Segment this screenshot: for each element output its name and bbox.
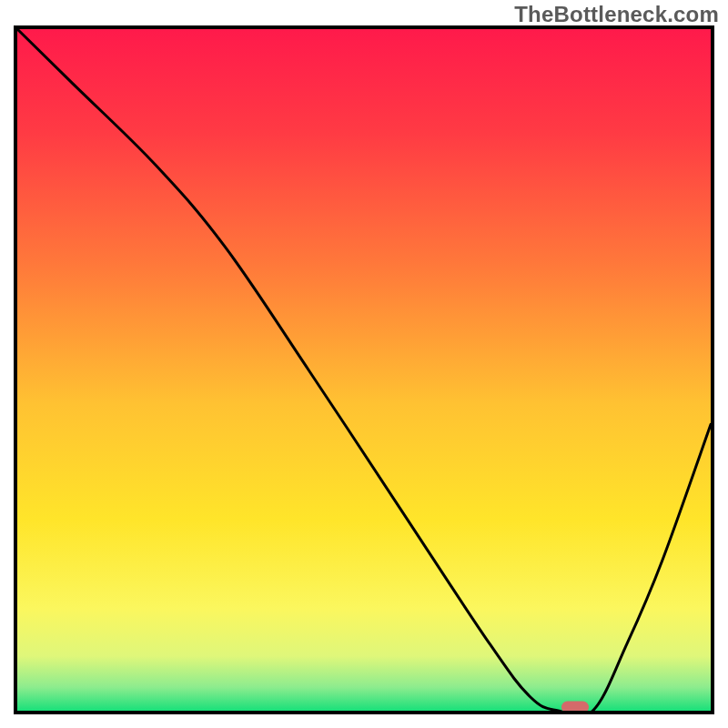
chart-frame: TheBottleneck.com: [0, 0, 728, 728]
watermark-text: TheBottleneck.com: [514, 2, 719, 27]
plot-area: [14, 25, 714, 714]
bottleneck-curve: [17, 29, 711, 711]
bottleneck-marker: [561, 702, 589, 713]
